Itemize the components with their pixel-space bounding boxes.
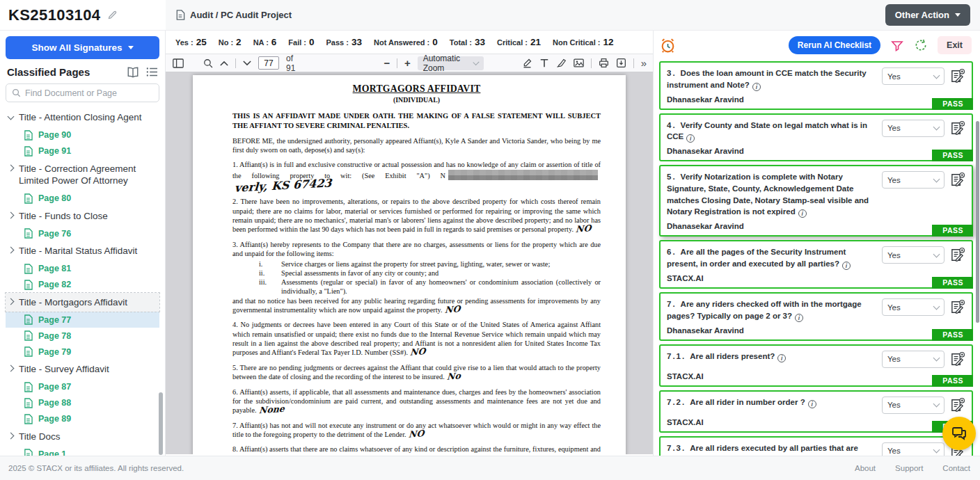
image-tool-icon[interactable] (574, 56, 584, 70)
add-note-icon[interactable] (949, 68, 965, 84)
answer-value: Yes (887, 401, 901, 409)
info-icon[interactable] (842, 262, 851, 270)
checklist-scrollbar[interactable] (976, 121, 979, 323)
info-icon[interactable] (795, 314, 803, 322)
page-item[interactable]: Page 81 (6, 261, 159, 277)
list-view-icon[interactable] (146, 67, 158, 78)
book-open-icon[interactable] (127, 67, 139, 78)
answer-select[interactable]: Yes (882, 298, 945, 316)
redacted-block (448, 170, 598, 180)
page-icon (24, 449, 33, 456)
answer-select[interactable]: Yes (882, 120, 945, 137)
search-input[interactable] (25, 88, 143, 98)
tree-node[interactable]: Title - Marital Status Affidavit (6, 241, 159, 261)
page-item[interactable]: Page 76 (6, 225, 159, 241)
zoom-out-icon[interactable]: − (384, 57, 390, 69)
rerun-ai-checklist-button[interactable]: Rerun AI Checklist (789, 36, 880, 54)
other-action-button[interactable]: Other Action (885, 4, 970, 26)
previous-page-icon[interactable] (220, 56, 228, 70)
add-note-icon[interactable] (949, 172, 965, 188)
page-item[interactable]: Page 78 (6, 328, 159, 344)
search-box (6, 83, 159, 102)
app-footer: 2025 © STACX or its affiliates. All righ… (0, 456, 980, 480)
doc-list-item: iii.Assessments (regular or special) in … (232, 278, 601, 296)
exit-button[interactable]: Exit (938, 36, 972, 54)
doc-list-item: i.Service charges or liens against the p… (232, 259, 601, 269)
highlight-tool-icon[interactable] (522, 56, 532, 70)
page-item[interactable]: Page 88 (6, 395, 159, 411)
caret-down-icon (955, 13, 961, 17)
page-item-selected[interactable]: Page 77 (6, 312, 159, 328)
answer-select[interactable]: Yes (882, 442, 945, 456)
search-icon[interactable] (203, 56, 213, 70)
add-note-icon[interactable] (949, 120, 965, 136)
next-page-icon[interactable] (243, 56, 251, 70)
alarm-clock-icon[interactable] (659, 37, 677, 54)
answer-select[interactable]: Yes (882, 351, 945, 368)
page-item[interactable]: Page 89 (6, 411, 159, 427)
tree-node[interactable]: Title Docs (6, 427, 159, 447)
sidebar-scrollbar[interactable] (159, 392, 163, 455)
author-name: STACX.AI (667, 270, 704, 286)
answer-select[interactable]: Yes (882, 397, 945, 414)
tree-node-selected[interactable]: Title - Mortgagors Affidavit (6, 293, 159, 312)
page-item[interactable]: Page 87 (6, 379, 159, 395)
zoom-level-select[interactable]: Automatic Zoom (418, 56, 484, 70)
edit-icon[interactable] (107, 10, 118, 20)
breadcrumb[interactable]: Audit / PC Audit Project (175, 10, 292, 20)
status-badge: PASS (932, 375, 973, 387)
add-note-icon[interactable] (949, 397, 965, 413)
refresh-icon[interactable] (914, 38, 928, 52)
more-tools-icon[interactable]: » (641, 57, 646, 69)
filter-icon[interactable] (890, 39, 904, 52)
tree-node[interactable]: Title - Attention Closing Agent (6, 108, 159, 127)
info-icon[interactable] (752, 83, 761, 91)
top-header: KS25103104 Audit / PC Audit Project Othe… (0, 0, 980, 31)
footer-link-about[interactable]: About (855, 464, 876, 472)
doc-paragraph: 2. There have been no improvements, alte… (232, 197, 601, 234)
footer-link-support[interactable]: Support (895, 464, 923, 472)
ink-tool-icon[interactable] (556, 56, 567, 70)
info-icon[interactable] (798, 209, 807, 218)
download-icon[interactable] (616, 56, 626, 70)
page-item[interactable]: Page 82 (6, 277, 159, 293)
tree-node[interactable]: Title - Survey Affidavit (6, 360, 159, 379)
tree-node[interactable]: Title - Correction Agreement Limited Pow… (6, 159, 159, 191)
toggle-sidebar-icon[interactable] (173, 56, 184, 70)
free-text-tool-icon[interactable] (539, 56, 549, 70)
status-badge: PASS (932, 150, 973, 161)
tree-node-label: Title - Mortgagors Affidavit (19, 296, 127, 309)
author-name: Dhanasekar Aravind (667, 91, 744, 107)
page-item[interactable]: Page 1 (6, 446, 159, 456)
footer-link-contact[interactable]: Contact (942, 464, 970, 472)
chat-button[interactable] (942, 417, 976, 450)
answer-select[interactable]: Yes (882, 171, 945, 189)
pdf-viewer[interactable]: MORTGAGORS AFFIDAVIT (INDIVIDUAL) THIS I… (166, 72, 653, 454)
print-icon[interactable] (599, 56, 609, 70)
info-icon[interactable] (686, 134, 695, 143)
add-note-icon[interactable] (949, 299, 965, 315)
page-item[interactable]: Page 79 (6, 344, 159, 360)
page-item[interactable]: Page 90 (6, 127, 159, 143)
question-number: 7.3. (667, 444, 686, 452)
case-id: KS25103104 (8, 6, 100, 24)
info-icon[interactable] (777, 354, 786, 362)
answer-select[interactable]: Yes (882, 246, 945, 264)
page-item[interactable]: Page 80 (6, 191, 159, 207)
author-name: Dhanasekar Aravind (667, 143, 744, 159)
question-number: 7.1. (667, 352, 686, 360)
show-all-signatures-button[interactable]: Show All Signatures (6, 36, 159, 59)
checklist-header: Rerun AI Checklist Exit (654, 31, 980, 60)
add-note-icon[interactable] (949, 351, 965, 367)
pdf-page: MORTGAGORS AFFIDAVIT (INDIVIDUAL) THIS I… (193, 75, 626, 454)
info-icon[interactable] (808, 400, 816, 408)
tree-node[interactable]: Title - Funds to Close (6, 207, 159, 226)
page-item[interactable]: Page 91 (6, 143, 159, 159)
chevron-right-icon (8, 432, 15, 439)
zoom-in-icon[interactable]: + (404, 57, 411, 69)
page-number-input[interactable] (258, 56, 279, 70)
doc-paragraph: 1. Affiant(s) is in full and exclusive c… (232, 160, 601, 191)
add-note-icon[interactable] (949, 247, 965, 263)
page-icon (24, 314, 33, 325)
answer-select[interactable]: Yes (882, 67, 945, 85)
